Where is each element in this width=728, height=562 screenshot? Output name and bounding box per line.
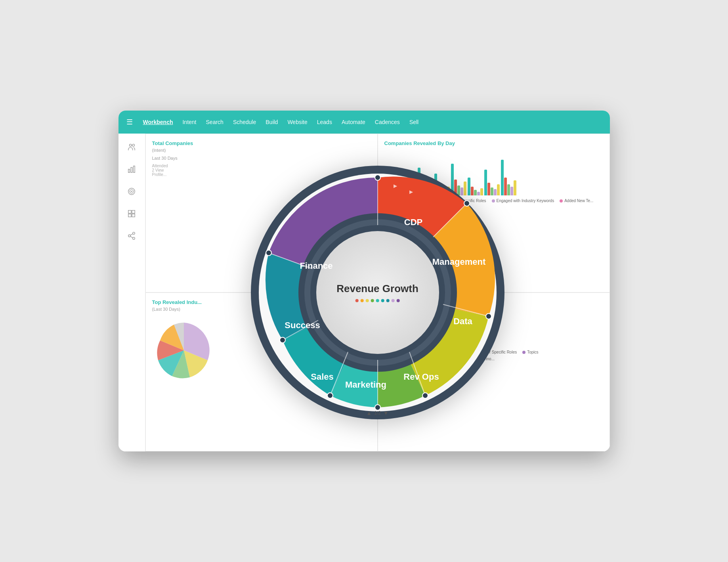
svg-text:▶: ▶ [394,183,397,189]
svg-text:Data: Data [453,316,472,326]
hamburger-icon[interactable]: ☰ [126,119,133,126]
chart-top-left-subtitle: (Intent) [152,148,371,153]
svg-point-30 [464,201,470,206]
wheel-page: 1/2 [374,410,381,416]
svg-point-14 [133,237,135,240]
device-frame: ☰ Workbench Intent Search Schedule Build… [118,111,610,451]
pie-chart [152,319,216,382]
svg-text:Marketing: Marketing [345,380,386,390]
svg-point-20 [316,231,439,354]
svg-point-12 [133,232,135,235]
main-content: Total Companies (Intent) Last 30 Days At… [118,134,610,451]
svg-point-34 [327,393,333,398]
svg-point-1 [132,144,135,147]
svg-point-29 [375,175,380,180]
nav-bar: ☰ Workbench Intent Search Schedule Build… [118,111,610,134]
target-icon[interactable] [124,184,139,199]
svg-rect-10 [128,214,131,217]
nav-website[interactable]: Website [283,117,311,128]
dashboard: Total Companies (Intent) Last 30 Days At… [145,134,610,451]
svg-text:Finance: Finance [300,261,332,271]
revenue-wheel[interactable]: ▶ ▶ CDP Management Data Rev Ops Marketin… [243,158,512,427]
next-arrow[interactable]: ▼ [383,410,389,416]
nav-intent[interactable]: Intent [178,117,200,128]
svg-point-36 [266,250,271,256]
svg-text:CDP: CDP [404,217,422,227]
svg-text:Rev Ops: Rev Ops [403,372,439,382]
svg-text:Sales: Sales [311,372,334,382]
svg-text:Success: Success [285,320,320,330]
svg-text:Management: Management [432,257,485,267]
sidebar [118,134,145,451]
grid-icon[interactable] [124,206,139,221]
svg-point-6 [130,189,133,193]
wheel-nav: ▲ 1/2 ▼ [366,410,388,416]
nav-search[interactable]: Search [202,117,227,128]
chart-top-right-title: Companies Revealed By Day [384,140,603,146]
nav-workbench[interactable]: Workbench [139,117,177,128]
wheel-overlay: ▶ ▶ CDP Management Data Rev Ops Marketin… [243,158,512,427]
svg-point-32 [422,393,428,398]
svg-point-5 [128,188,135,195]
svg-rect-2 [128,169,130,172]
svg-rect-9 [132,210,135,213]
nav-cadences[interactable]: Cadences [371,117,404,128]
nav-sell[interactable]: Sell [405,117,422,128]
svg-rect-4 [134,166,135,173]
svg-point-31 [486,313,491,319]
svg-rect-11 [132,214,135,217]
people-icon[interactable] [124,140,139,154]
svg-point-35 [280,337,285,343]
chart-top-left-title: Total Companies [152,140,371,146]
svg-point-13 [128,235,131,237]
svg-text:▶: ▶ [409,189,413,195]
nav-leads[interactable]: Leads [313,117,336,128]
nav-build[interactable]: Build [262,117,282,128]
prev-arrow[interactable]: ▲ [366,410,372,416]
svg-point-33 [375,405,380,410]
nav-automate[interactable]: Automate [338,117,369,128]
nav-schedule[interactable]: Schedule [229,117,260,128]
svg-rect-3 [131,167,132,172]
share-icon[interactable] [124,229,139,243]
chart-bar-icon[interactable] [124,162,139,176]
svg-point-0 [130,144,132,147]
svg-point-7 [131,191,132,192]
svg-rect-8 [128,210,131,213]
